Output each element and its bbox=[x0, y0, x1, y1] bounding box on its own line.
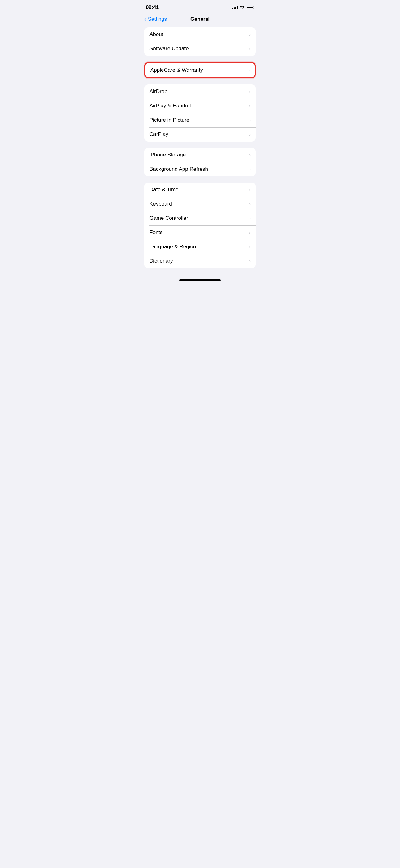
game-controller-label: Game Controller bbox=[149, 215, 188, 221]
status-bar: 09:41 bbox=[139, 0, 261, 14]
airdrop-label: AirDrop bbox=[149, 89, 167, 95]
picture-in-picture-label: Picture in Picture bbox=[149, 117, 190, 123]
settings-content: About › Software Update › AppleCare & Wa… bbox=[139, 27, 261, 268]
chevron-right-icon: › bbox=[249, 187, 251, 192]
chevron-right-icon: › bbox=[249, 103, 251, 108]
chevron-right-icon: › bbox=[249, 89, 251, 94]
wifi-icon bbox=[240, 5, 245, 10]
about-label: About bbox=[149, 31, 163, 37]
keyboard-label: Keyboard bbox=[149, 201, 172, 207]
dictionary-label: Dictionary bbox=[149, 258, 173, 264]
status-icons bbox=[232, 5, 254, 10]
settings-item-date-time[interactable]: Date & Time › bbox=[144, 183, 256, 197]
settings-item-keyboard[interactable]: Keyboard › bbox=[144, 197, 256, 211]
iphone-storage-label: iPhone Storage bbox=[149, 152, 186, 158]
navigation-bar: ‹ Settings General bbox=[139, 14, 261, 27]
settings-item-background-app-refresh[interactable]: Background App Refresh › bbox=[144, 162, 256, 176]
chevron-right-icon: › bbox=[249, 132, 251, 137]
settings-group-4: iPhone Storage › Background App Refresh … bbox=[144, 148, 256, 176]
settings-item-about[interactable]: About › bbox=[144, 27, 256, 41]
chevron-right-icon: › bbox=[249, 258, 251, 264]
settings-item-airplay-handoff[interactable]: AirPlay & Handoff › bbox=[144, 99, 256, 113]
chevron-right-icon: › bbox=[249, 230, 251, 235]
chevron-right-icon: › bbox=[249, 244, 251, 249]
carplay-label: CarPlay bbox=[149, 131, 168, 137]
settings-item-airdrop[interactable]: AirDrop › bbox=[144, 85, 256, 99]
status-time: 09:41 bbox=[146, 4, 159, 10]
settings-item-carplay[interactable]: CarPlay › bbox=[144, 127, 256, 142]
software-update-label: Software Update bbox=[149, 45, 189, 52]
home-indicator bbox=[139, 274, 261, 283]
settings-item-iphone-storage[interactable]: iPhone Storage › bbox=[144, 148, 256, 162]
applecare-label: AppleCare & Warranty bbox=[151, 67, 203, 73]
settings-item-dictionary[interactable]: Dictionary › bbox=[144, 254, 256, 268]
home-bar bbox=[179, 279, 221, 281]
chevron-right-icon: › bbox=[249, 46, 251, 51]
settings-item-applecare[interactable]: AppleCare & Warranty › bbox=[145, 63, 255, 77]
background-app-refresh-label: Background App Refresh bbox=[149, 166, 208, 172]
language-region-label: Language & Region bbox=[149, 244, 196, 250]
chevron-right-icon: › bbox=[249, 152, 251, 157]
settings-group-5: Date & Time › Keyboard › Game Controller… bbox=[144, 183, 256, 268]
back-label: Settings bbox=[148, 16, 167, 22]
date-time-label: Date & Time bbox=[149, 187, 178, 193]
settings-group-1: About › Software Update › bbox=[144, 27, 256, 56]
settings-group-applecare: AppleCare & Warranty › bbox=[144, 62, 256, 78]
back-button[interactable]: ‹ Settings bbox=[144, 16, 167, 22]
chevron-right-icon: › bbox=[249, 32, 251, 37]
settings-item-picture-in-picture[interactable]: Picture in Picture › bbox=[144, 113, 256, 127]
back-chevron-icon: ‹ bbox=[144, 16, 147, 22]
settings-item-fonts[interactable]: Fonts › bbox=[144, 225, 256, 240]
battery-icon bbox=[246, 6, 254, 9]
airplay-handoff-label: AirPlay & Handoff bbox=[149, 103, 191, 109]
chevron-right-icon: › bbox=[248, 68, 249, 73]
chevron-right-icon: › bbox=[249, 216, 251, 221]
signal-icon bbox=[232, 6, 238, 9]
settings-group-3: AirDrop › AirPlay & Handoff › Picture in… bbox=[144, 85, 256, 142]
chevron-right-icon: › bbox=[249, 202, 251, 207]
settings-item-language-region[interactable]: Language & Region › bbox=[144, 240, 256, 254]
page-title: General bbox=[190, 16, 210, 22]
chevron-right-icon: › bbox=[249, 167, 251, 172]
chevron-right-icon: › bbox=[249, 118, 251, 123]
settings-item-game-controller[interactable]: Game Controller › bbox=[144, 211, 256, 225]
fonts-label: Fonts bbox=[149, 229, 163, 236]
settings-item-software-update[interactable]: Software Update › bbox=[144, 41, 256, 56]
